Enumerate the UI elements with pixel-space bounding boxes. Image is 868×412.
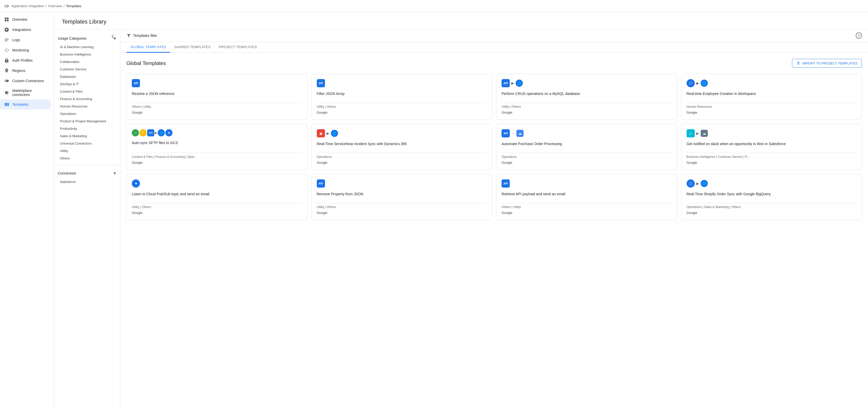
category-customer[interactable]: Customer Service — [54, 65, 120, 73]
tab-project[interactable]: PROJECT TEMPLATES — [215, 42, 261, 53]
topbar-app[interactable]: Application Integration — [11, 4, 44, 8]
content-area: Templates Library Usage Categories ▾ AI … — [54, 12, 868, 412]
card-6-icons: ▣ ▶ 🌐 — [317, 129, 487, 137]
template-card-8[interactable]: ▷ ▶ ☁ Get notified on slack when an oppo… — [681, 124, 862, 170]
sidebar-item-marketplace[interactable]: Marketplace connectors — [0, 86, 52, 99]
template-card-1[interactable]: API Resolve a JSON reference Others | Ut… — [126, 74, 307, 120]
import-button[interactable]: IMPORT TO PROJECT TEMPLATES — [792, 59, 862, 68]
filter-collapse-button[interactable] — [111, 34, 117, 40]
sidebar-item-auth[interactable]: Auth Profiles — [0, 55, 52, 65]
tab-shared[interactable]: SHARED TEMPLATES — [170, 42, 215, 53]
svg-point-0 — [7, 6, 8, 6]
tab-global[interactable]: GLOBAL TEMPLATES — [126, 42, 170, 53]
category-others[interactable]: Others — [54, 155, 120, 162]
sidebar-item-logs[interactable]: Logs — [0, 35, 52, 45]
usage-categories-header[interactable]: Usage Categories ▾ — [54, 34, 120, 43]
api-icon-1: API — [132, 79, 140, 87]
card-12-icons: ⬡ ▶ 🌐 — [687, 179, 857, 188]
sidebar-item-custom-connectors[interactable]: Custom Connectors — [0, 76, 52, 86]
connectors-header[interactable]: Connectors ▾ — [54, 168, 120, 178]
arrow-icon-6: ▶ — [327, 131, 329, 135]
card-3-title: Perform CRUD operations on a MySQL datab… — [501, 91, 672, 98]
category-hr[interactable]: Human Resources — [54, 103, 120, 110]
card-4-tags: Human Resources — [687, 105, 857, 108]
topbar-overview[interactable]: Overview — [48, 4, 62, 8]
card-3-source: Google — [501, 110, 672, 115]
template-card-12[interactable]: ⬡ ▶ 🌐 Real-Time Shopify Order Sync with … — [681, 174, 862, 220]
cloud-icon-7: ☁ — [517, 130, 524, 137]
category-utility[interactable]: Utility — [54, 147, 120, 155]
template-card-6[interactable]: ▣ ▶ 🌐 Real-Time ServiceNow Incident Sync… — [311, 124, 492, 170]
page-header: Templates Library — [54, 12, 868, 29]
api-icon-5: API — [147, 129, 154, 136]
card-7-icons: API → ☁ — [501, 129, 672, 137]
category-devops[interactable]: DevOps & IT — [54, 81, 120, 88]
grid-icon — [4, 17, 9, 22]
card-5-source: Google — [132, 161, 302, 164]
arrow-icon-7: → — [511, 131, 515, 135]
template-card-4[interactable]: ⬡ ▶ 🌐 Real-time Employee Creation in Wor… — [681, 74, 862, 120]
card-5-title: Auto-sync SFTP files to GCS — [132, 140, 302, 149]
category-universal[interactable]: Universal Connectors — [54, 140, 120, 147]
card-12-title: Real-Time Shopify Order Sync with Google… — [687, 192, 857, 199]
api-icon-7: API — [501, 129, 510, 137]
category-bi[interactable]: Business Intelligence — [54, 51, 120, 58]
arrow-icon-8: ▶ — [696, 131, 699, 135]
card-2-tags: Utility | Others — [317, 105, 487, 108]
sidebar-item-regions[interactable]: Regions — [0, 65, 52, 76]
template-card-10[interactable]: API Remove Property from JSON Utility | … — [311, 174, 492, 220]
card-4-title: Real-time Employee Creation in Workspace — [687, 91, 857, 98]
sidebar-item-templates[interactable]: Templates — [0, 99, 52, 109]
card-2-source: Google — [317, 110, 487, 115]
category-collab[interactable]: Collaboration — [54, 58, 120, 65]
template-card-11[interactable]: API Retrieve API payload and send an ema… — [496, 174, 677, 220]
categories-list: AI & Machine Learning Business Intellige… — [54, 43, 120, 162]
globe-icon-5: 🌐 — [158, 129, 165, 136]
video-icon-8: ▷ — [687, 129, 695, 137]
card-6-source: Google — [317, 161, 487, 164]
sidebar-item-monitoring[interactable]: Monitoring — [0, 45, 52, 55]
category-ai[interactable]: AI & Machine Learning — [54, 43, 120, 51]
page-title: Templates Library — [62, 19, 860, 25]
main-panel: Usage Categories ▾ AI & Machine Learning… — [54, 29, 868, 412]
category-operations[interactable]: Operations — [54, 110, 120, 118]
import-icon — [796, 61, 801, 65]
globe-icon-4: 🌐 — [701, 80, 708, 87]
category-product[interactable]: Product & Project Management — [54, 118, 120, 125]
template-card-5[interactable]: → ⏱ API ▶ 🌐 ⊕ Auto-sync SFTP files to GC… — [126, 124, 307, 170]
category-finance[interactable]: Finance & Accounting — [54, 95, 120, 103]
api-icon-11: API — [501, 179, 510, 188]
globe-icon-6: 🌐 — [331, 130, 338, 137]
topbar-templates: Templates — [66, 4, 81, 8]
sidebar-item-integrations[interactable]: Integrations — [0, 25, 52, 35]
filter-divider — [54, 165, 120, 165]
integration-icon — [4, 27, 9, 32]
connector-salesforce[interactable]: Salesforce — [54, 178, 120, 186]
card-9-icons: ✦ — [132, 179, 302, 188]
card-1-source: Google — [132, 110, 302, 115]
auth-icon — [4, 58, 9, 63]
help-button[interactable]: ? — [856, 32, 862, 39]
card-12-tags: Operations | Sales & Marketing | Others — [687, 205, 857, 209]
category-content[interactable]: Content & Files — [54, 88, 120, 95]
card-11-icons: API — [501, 179, 672, 188]
card-9-title: Listen to Cloud Pub/Sub topic and send a… — [132, 192, 302, 199]
globe2-icon-5: ⊕ — [165, 129, 173, 136]
category-sales[interactable]: Sales & Marketing — [54, 132, 120, 140]
templates-icon — [4, 102, 9, 107]
card-1-icons: API — [132, 79, 302, 87]
category-databases[interactable]: Databases — [54, 73, 120, 81]
sidebar-nav: Overview Integrations Logs Monitoring Au… — [0, 12, 54, 412]
card-6-title: Real-Time ServiceNow Incident Sync with … — [317, 141, 487, 149]
template-card-3[interactable]: API ▶ 🌐 Perform CRUD operations on a MyS… — [496, 74, 677, 120]
sidebar-item-overview[interactable]: Overview — [0, 14, 52, 25]
template-card-9[interactable]: ✦ Listen to Cloud Pub/Sub topic and send… — [126, 174, 307, 220]
category-productivity[interactable]: Productivity — [54, 125, 120, 132]
templates-content: Global Templates IMPORT TO PROJECT TEMPL… — [120, 53, 868, 412]
collapse-icon — [112, 34, 116, 39]
template-card-2[interactable]: API Filter JSON Array Utility | Others G… — [311, 74, 492, 120]
templates-area: Templates filter ? GLOBAL TEMPLATES SHAR… — [120, 29, 868, 412]
card-3-tags: Utility | Others — [501, 105, 672, 108]
template-card-7[interactable]: API → ☁ Automate Purchase Order Processi… — [496, 124, 677, 170]
card-2-icons: API — [317, 79, 487, 87]
